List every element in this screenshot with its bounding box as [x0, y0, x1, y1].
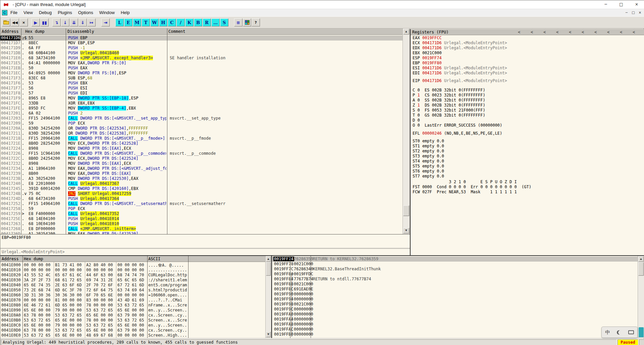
menu-item-view[interactable]: View [20, 9, 36, 16]
dump-row[interactable]: 0041E01000 00 00 0000 00 00 0000 00 00 0… [0, 268, 265, 273]
mdi-restore-button[interactable]: □ [630, 10, 636, 15]
disasm-row[interactable]: 00417226.FF15 1C964100CALL DWORD PTR DS:… [0, 151, 402, 156]
chevron-icon[interactable]: < [620, 30, 622, 34]
ime-language-button[interactable]: 中 [605, 329, 610, 336]
stack-row[interactable]: 0019FF780021C000 [272, 262, 638, 267]
stack-row[interactable]: 0019FFA8│00000000 [272, 322, 638, 327]
ime-fullwidth-icon[interactable] [617, 330, 621, 335]
toolbar-go-to-button[interactable]: ⇥ [101, 18, 110, 26]
toolbar-appearance-options-button[interactable] [243, 18, 251, 26]
dump-row[interactable]: 0041E02043 55 52 4C65 67 61 6C44 6F 63 0… [0, 273, 265, 278]
disasm-row[interactable]: 004171E5.64:A1 00000000MOV EAX,DWORD PTR… [0, 61, 402, 66]
toolbar-step-over-button[interactable]: ↓ [61, 18, 69, 26]
disasm-row[interactable]: 004171F7.56PUSH ESI [0, 86, 402, 91]
scroll-down-icon[interactable]: ▼ [266, 332, 271, 337]
stack-scrollbar[interactable]: ▲ ▼ [638, 256, 644, 338]
disasm-row[interactable]: 0041724D.68 64734100PUSH Urlegal.0041736… [0, 196, 402, 201]
minimize-button[interactable]: ─ [598, 0, 613, 9]
stack-row[interactable]: 0019FFA0│00000000 [272, 312, 638, 317]
dump-row[interactable]: 0041E0303A 2F 2F 7368 61 72 6569 74 31 2… [0, 278, 265, 283]
disasm-row[interactable]: 00417203.FF15 24964100CALL DWORD PTR DS:… [0, 116, 402, 121]
stack-row[interactable]: 0019FF7C76286340KERNEL32.BaseThreadInitT… [272, 267, 638, 272]
disasm-row[interactable]: 004171DB.68 60B44100PUSH Urlegal.0041B46… [0, 51, 402, 56]
ime-edge-button[interactable] [639, 327, 644, 337]
dump-scrollbar[interactable]: ▲ ▼ [265, 256, 271, 338]
disasm-row[interactable]: 00417201.6A 02PUSH 2 [0, 111, 402, 116]
disasm-row[interactable]: 00417263.68 10E04100PUSH Urlegal.0041E01… [0, 221, 402, 226]
disasm-row[interactable]: 00417218.FF15 20964100CALL DWORD PTR DS:… [0, 136, 402, 141]
stack-row[interactable]: 0019FF94│00000000 [272, 297, 638, 302]
menu-item-options[interactable]: Options [75, 9, 96, 16]
registers-pane[interactable]: Registers (FPU) <<<<<<<<<< EAX 0019FFCCE… [410, 29, 644, 255]
disasm-row[interactable]: 00417224.8908MOV DWORD PTR DS:[EAX],ECX [0, 146, 402, 151]
stack-row[interactable]: 0019FFAC│00000000 [272, 327, 638, 332]
toolbar-view-windows-button[interactable]: W [150, 18, 159, 26]
disasm-row[interactable]: 00417252.FF15 14964100CALL DWORD PTR DS:… [0, 201, 402, 206]
chevron-icon[interactable]: < [543, 30, 546, 34]
disasm-row[interactable]: 0041722C.8B0D 24254200MOV ECX,DWORD PTR … [0, 156, 402, 161]
dump-row[interactable]: 0041E0E053 63 72 6565 6E 00 0048 69 67 6… [0, 333, 265, 338]
disasm-row[interactable]: 0041720A.830D 34254200OR DWORD PTR DS:[4… [0, 126, 402, 131]
toolbar-breakpoint-options-button[interactable]: ≡ [234, 18, 243, 26]
disasm-row[interactable]: 0041725E.68 14E04100PUSH Urlegal.0041E01… [0, 216, 402, 221]
disasm-row[interactable]: 00417240.E8 22010000CALL Urlegal.0041736… [0, 181, 402, 186]
scroll-up-icon[interactable]: ▲ [266, 256, 271, 262]
chevron-icon[interactable]: < [633, 30, 635, 34]
disasm-row[interactable]: 004171FE.895D FCMOV DWORD PTR SS:[EBP-4]… [0, 106, 402, 111]
disasm-row[interactable]: 004171D6┌$55PUSH EBP [0, 36, 402, 41]
dump-row[interactable]: 0041E09065 6E 00 0079 00 00 0053 63 72 6… [0, 308, 265, 313]
disasm-row[interactable]: 00417211.830D 38254200OR DWORD PTR DS:[4… [0, 131, 402, 136]
scroll-down-icon[interactable]: ▼ [403, 228, 409, 233]
toolbar-view-log-button[interactable]: L [115, 18, 124, 26]
stack-row[interactable]: 0019FF8C│691EAE0E [272, 287, 638, 292]
disasm-row[interactable]: 004171EC.64:8925 00000000MOV DWORD PTR F… [0, 71, 402, 76]
toolbar-open-file-button[interactable] [2, 18, 10, 26]
memory-dump-pane[interactable]: Address Hex dump ASCII 0041E00000 00 00 … [0, 256, 265, 338]
dump-row[interactable]: 0041E04065 6E 74 352E 63 6F 6D2F 70 72 6… [0, 283, 265, 288]
dump-row[interactable]: 0041E0B053 63 72 6565 6E 00 0078 00 00 0… [0, 318, 265, 323]
chevron-icon[interactable]: < [594, 30, 597, 34]
scroll-up-icon[interactable]: ▲ [403, 29, 409, 34]
toolbar-view-run-trace-button[interactable]: … [211, 18, 220, 26]
disasm-row[interactable]: 00417232.8908MOV DWORD PTR DS:[EAX],ECX [0, 161, 402, 166]
mdi-minimize-button[interactable]: ─ [624, 10, 630, 15]
toolbar-animate-over-button[interactable]: ⇓ [78, 18, 87, 26]
disassembly-pane[interactable]: 004171D6┌$55PUSH EBP004171D7.8BECMOV EBP… [0, 35, 402, 234]
toolbar-run-button[interactable]: ▶ [32, 18, 40, 26]
maximize-button[interactable]: □ [613, 0, 629, 9]
toolbar-pause-button[interactable]: ▮▮ [40, 18, 49, 26]
dump-row[interactable]: 0041E0603D 31 30 3630 36 30 006F 70 65 6… [0, 293, 265, 298]
disasm-row[interactable]: 0041724B.v75 0CJNZ SHORT Urlegal.0041725… [0, 191, 402, 196]
disasm-row[interactable]: 0041721E.8B0D 28254200MOV ECX,DWORD PTR … [0, 141, 402, 146]
toolbar-view-cpu-button[interactable]: C [168, 18, 176, 26]
disasm-row[interactable]: 004171D7.8BECMOV EBP,ESP [0, 41, 402, 46]
mdi-close-button[interactable]: × [637, 10, 643, 15]
disasm-row[interactable]: 00417245.391D 60014200CMP DWORD PTR DS:[… [0, 186, 402, 191]
toolbar-step-into-button[interactable]: ↴ [52, 18, 61, 26]
toolbar-view-references-button[interactable]: R [203, 18, 211, 26]
disasm-row[interactable]: 00417259>E8 F4000000CALL Urlegal.0041735… [0, 211, 402, 216]
disasm-row[interactable]: 004171F3.83EC 68SUB ESP,68 [0, 76, 402, 81]
disasm-row[interactable]: 004171F9.8965 E8MOV DWORD PTR SS:[EBP-18… [0, 96, 402, 101]
menu-item-plugins[interactable]: Plugins [55, 9, 75, 16]
close-button[interactable]: × [629, 0, 644, 9]
chevron-icon[interactable]: < [518, 30, 520, 34]
dump-row[interactable]: 0041E07000 00 00 0081 00 00 0083 00 00 0… [0, 298, 265, 303]
disasm-row[interactable]: 00417268.E8 DF000000CALL <JMP.&MSVCRT._i… [0, 226, 402, 231]
disasm-row[interactable]: 004171EB.50PUSH EAX [0, 66, 402, 71]
disasm-scrollbar[interactable]: ▲ ▼ [402, 28, 410, 234]
stack-row[interactable]: 0019FFB0│00000000 [272, 332, 638, 337]
toolbar-animate-into-button[interactable]: ⇊ [70, 18, 78, 26]
chevron-icon[interactable]: < [569, 30, 571, 34]
stack-row[interactable]: 0019FF84│77677B74RETURN to ntdll.77677B7… [272, 277, 638, 282]
stack-row[interactable]: 0019FF88│0021C000 [272, 282, 638, 287]
stack-row[interactable]: 0019FF7476286359RETURN to KERNEL32.76286… [272, 257, 638, 262]
stack-row[interactable]: 0019FF9C│00000000 [272, 307, 638, 312]
disasm-row[interactable]: 00417258.59POP ECX [0, 206, 402, 211]
toolbar-view-breakpoints-button[interactable]: B [194, 18, 202, 26]
disasm-row[interactable]: 004171F8.57PUSH EDI [0, 91, 402, 96]
stack-pane[interactable]: 0019FF7476286359RETURN to KERNEL32.76286… [271, 256, 638, 338]
disasm-row[interactable]: 004171F6.53PUSH EBX [0, 81, 402, 86]
menu-item-window[interactable]: Window [96, 9, 118, 16]
disasm-row[interactable]: 00417234.A1 18964100MOV EAX,DWORD PTR DS… [0, 166, 402, 171]
